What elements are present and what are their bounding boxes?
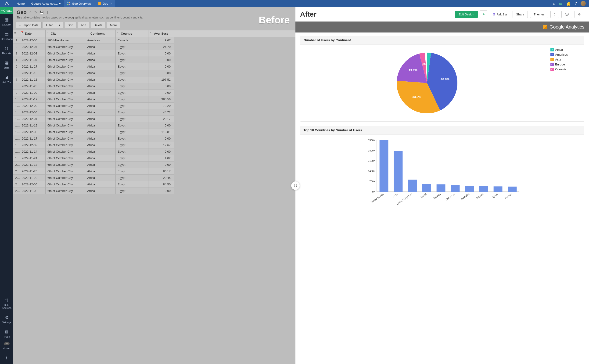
col-avg-session[interactable]: .#Avg. Session Dura xyxy=(149,30,174,37)
nav-reports[interactable]: ⫾⫾Reports xyxy=(0,43,13,58)
cell-date[interactable]: 2022-11-12 xyxy=(20,96,45,103)
user-avatar[interactable] xyxy=(581,1,586,6)
col-rownum[interactable]: ▦ xyxy=(13,30,20,37)
cell-continent[interactable]: Africa xyxy=(85,109,116,116)
nav-settings[interactable]: ⚙Settings xyxy=(0,312,13,327)
cell-continent[interactable]: Africa xyxy=(85,135,116,142)
cell-avg[interactable]: 12.67 xyxy=(149,142,174,149)
cell-continent[interactable]: Africa xyxy=(85,155,116,162)
chat-icon[interactable]: ▭ xyxy=(559,1,563,6)
table-row[interactable]: 1 2022-12-05 100 Mile House Americas Can… xyxy=(13,37,295,44)
legend-item[interactable]: ✓Africa xyxy=(550,48,581,52)
nav-data[interactable]: ▦Data xyxy=(0,58,13,72)
cell-city[interactable]: 6th of October City xyxy=(45,188,85,194)
cell-city[interactable]: 6th of October City xyxy=(45,50,85,57)
cell-continent[interactable]: Africa xyxy=(85,44,116,50)
cell-avg[interactable]: 0.00 xyxy=(149,135,174,142)
cell-country[interactable]: Egypt xyxy=(116,129,149,135)
cell-date[interactable]: 2022-11-20 xyxy=(20,175,45,181)
cell-continent[interactable]: Africa xyxy=(85,175,116,181)
cell-avg[interactable]: 20.45 xyxy=(149,175,174,181)
col-date[interactable]: 📅Date xyxy=(20,30,45,37)
cell-continent[interactable]: Africa xyxy=(85,116,116,122)
table-row[interactable]: 10 2022-11-12 6th of October City Africa… xyxy=(13,96,295,103)
cell-country[interactable]: Egypt xyxy=(116,44,149,50)
nav-explorer[interactable]: ▦Explorer xyxy=(0,14,13,29)
cell-country[interactable]: Egypt xyxy=(116,83,149,90)
cell-date[interactable]: 2022-11-14 xyxy=(20,149,45,155)
cell-country[interactable]: Egypt xyxy=(116,122,149,129)
table-row[interactable]: 6 2022-11-15 6th of October City Africa … xyxy=(13,70,295,77)
cell-country[interactable]: Egypt xyxy=(116,57,149,63)
table-row[interactable]: 12 2022-12-05 6th of October City Africa… xyxy=(13,109,295,116)
cell-continent[interactable]: Africa xyxy=(85,83,116,90)
search-icon[interactable]: ⌕ xyxy=(553,1,555,6)
cell-city[interactable]: 6th of October City xyxy=(45,135,85,142)
cell-city[interactable]: 6th of October City xyxy=(45,181,85,188)
cell-avg[interactable]: 0.00 xyxy=(149,63,174,70)
table-row[interactable]: 4 2022-11-07 6th of October City Africa … xyxy=(13,57,295,63)
table-row[interactable]: 23 2022-12-06 6th of October City Africa… xyxy=(13,181,295,188)
table-row[interactable]: 20 2022-11-13 6th of October City Africa… xyxy=(13,162,295,168)
legend-item[interactable]: ✓Oceania xyxy=(550,68,581,71)
cell-continent[interactable]: Africa xyxy=(85,149,116,155)
table-row[interactable]: 14 2022-11-19 6th of October City Africa… xyxy=(13,122,295,129)
nav-ask-zia[interactable]: ƵAsk Zia xyxy=(0,72,13,86)
cell-date[interactable]: 2022-12-04 xyxy=(20,116,45,122)
cell-city[interactable]: 6th of October City xyxy=(45,90,85,96)
cell-continent[interactable]: Africa xyxy=(85,57,116,63)
cell-continent[interactable]: Africa xyxy=(85,90,116,96)
cell-continent[interactable]: Africa xyxy=(85,142,116,149)
table-row[interactable]: 18 2022-11-14 6th of October City Africa… xyxy=(13,149,295,155)
cell-city[interactable]: 6th of October City xyxy=(45,96,85,103)
bar-spain[interactable] xyxy=(494,186,503,192)
cell-avg[interactable]: 73.20 xyxy=(149,103,174,109)
bar-colombia[interactable] xyxy=(451,185,460,192)
cell-country[interactable]: Egypt xyxy=(116,181,149,188)
table-row[interactable]: 21 2022-11-26 6th of October City Africa… xyxy=(13,168,295,175)
cell-date[interactable]: 2022-11-15 xyxy=(20,70,45,77)
bar-united-kingdom[interactable] xyxy=(408,180,417,192)
cell-country[interactable]: Egypt xyxy=(116,109,149,116)
export-button[interactable]: ⤴ xyxy=(550,11,559,18)
cell-city[interactable]: 6th of October City xyxy=(45,155,85,162)
cell-continent[interactable]: Africa xyxy=(85,96,116,103)
create-button[interactable]: +Create xyxy=(0,7,13,14)
table-row[interactable]: 5 2022-11-27 6th of October City Africa … xyxy=(13,63,295,70)
cell-date[interactable]: 2022-11-26 xyxy=(20,168,45,175)
table-row[interactable]: 13 2022-12-04 6th of October City Africa… xyxy=(13,116,295,122)
cell-city[interactable]: 100 Mile House xyxy=(45,37,85,44)
cell-avg[interactable]: 0.00 xyxy=(149,57,174,63)
cell-date[interactable]: 2022-12-09 xyxy=(20,103,45,109)
bar-france[interactable] xyxy=(508,187,517,192)
cell-date[interactable]: 2022-11-17 xyxy=(20,135,45,142)
table-row[interactable]: 19 2022-11-24 6th of October City Africa… xyxy=(13,155,295,162)
themes-button[interactable]: Themes xyxy=(530,11,548,18)
more-icon[interactable]: ⋮ xyxy=(46,11,49,14)
cell-avg[interactable]: 0.00 xyxy=(149,162,174,168)
tab-close-icon[interactable]: × xyxy=(110,2,112,5)
bar-united-states[interactable] xyxy=(380,140,388,192)
cell-date[interactable]: 2022-11-24 xyxy=(20,155,45,162)
star-icon[interactable]: ☆ xyxy=(29,11,32,14)
legend-item[interactable]: ✓Americas xyxy=(550,53,581,56)
cell-avg[interactable]: 116.81 xyxy=(149,129,174,135)
legend-item[interactable]: ✓Asia xyxy=(550,58,581,61)
cell-avg[interactable]: 0.00 xyxy=(149,149,174,155)
nav-dashboards[interactable]: ▤Dashboards xyxy=(0,29,13,43)
cell-city[interactable]: 6th of October City xyxy=(45,70,85,77)
cell-city[interactable]: 6th of October City xyxy=(45,168,85,175)
cell-date[interactable]: 2022-12-08 xyxy=(20,129,45,135)
table-row[interactable]: 8 2022-11-28 6th of October City Africa … xyxy=(13,83,295,90)
bar-chart[interactable]: 0K700K1400K2100K2800K3500KUnited StatesI… xyxy=(304,138,581,208)
cell-date[interactable]: 2022-11-09 xyxy=(20,90,45,96)
cell-continent[interactable]: Africa xyxy=(85,63,116,70)
import-data-button[interactable]: ⤓Import Data xyxy=(16,22,42,28)
cell-date[interactable]: 2022-11-28 xyxy=(20,83,45,90)
cell-avg[interactable]: 0.00 xyxy=(149,122,174,129)
crumb-workspace[interactable]: Google Advanced...▾ xyxy=(28,0,64,7)
cell-country[interactable]: Egypt xyxy=(116,155,149,162)
cell-continent[interactable]: Africa xyxy=(85,188,116,194)
cell-city[interactable]: 6th of October City xyxy=(45,142,85,149)
bell-icon[interactable]: 🔔 xyxy=(566,1,571,6)
